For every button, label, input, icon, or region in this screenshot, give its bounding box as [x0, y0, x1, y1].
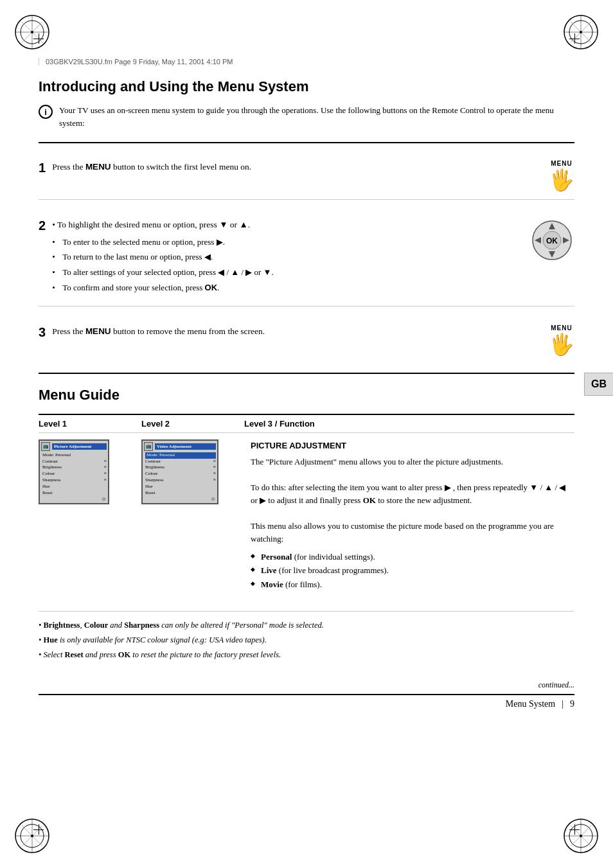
hand-icon-3: 🖐 — [549, 334, 574, 355]
bottom-notes: • Brightness, Colour and Sharpness can o… — [39, 611, 574, 660]
pic-adj-bullet-live: Live (for live broadcast programmes). — [251, 564, 568, 577]
corner-decoration-br — [562, 817, 600, 855]
step-2-content: • To highlight the desired menu or optio… — [52, 218, 517, 297]
level1-screen-items: Mode: Personal Contrast ≡ Brightness ≡ C… — [41, 452, 107, 497]
footer-divider: | — [562, 699, 564, 709]
hand-icon-1: 🖐 — [549, 170, 574, 190]
step-2-number: 2 — [39, 218, 46, 233]
level1-screen-icon: ☺ — [41, 496, 107, 502]
reg-mark-bl — [33, 824, 44, 835]
bottom-note-2: • Hue is only available for NTSC colour … — [39, 634, 574, 646]
menu-guide-title: Menu Guide — [39, 387, 574, 403]
level2-screen-icon: ☺ — [144, 496, 216, 502]
step-3: 3 Press the MENU button to remove the me… — [39, 315, 574, 364]
level1-tv-icon: 📺 — [41, 442, 50, 451]
step-1: 1 Press the MENU button to switch the fi… — [39, 151, 574, 200]
level1-screen-title: Picture Adjustment — [52, 443, 107, 450]
bottom-note-1: • Brightness, Colour and Sharpness can o… — [39, 619, 574, 632]
step-1-image: MENU 🖐 — [549, 160, 574, 190]
gb-tab: GB — [584, 373, 613, 396]
step-3-content: Press the MENU button to remove the menu… — [52, 324, 536, 339]
step-2-image: OK — [529, 218, 574, 265]
step-2-bullet-3: To alter settings of your selected optio… — [52, 266, 517, 279]
info-text: Your TV uses an on-screen menu system to… — [59, 104, 574, 129]
step-1-content: Press the MENU button to switch the firs… — [52, 160, 536, 174]
pic-adj-bullet-personal: Personal (for individual settings). — [251, 551, 568, 563]
file-info: 03GBKV29LS30U.fm Page 9 Friday, May 11, … — [39, 58, 574, 66]
step-1-menu-label: MENU — [551, 160, 572, 167]
svg-text:OK: OK — [546, 236, 558, 245]
footer-section: Menu System — [506, 699, 555, 709]
bottom-note-3: • Select Reset and press OK to reset the… — [39, 649, 574, 661]
level2-screen: 📺 Video Adjustment Mode: Personal Contra… — [141, 439, 218, 505]
step-2-bullet-1: To enter to the selected menu or option,… — [52, 236, 517, 249]
corner-decoration-tr — [562, 13, 600, 51]
section-divider-mid — [39, 373, 574, 374]
menu-guide-grid: Level 1 Level 2 Level 3 / Function 📺 Pic… — [39, 414, 574, 599]
continued-text: continued... — [39, 680, 574, 690]
pic-adj-title: PICTURE ADJUSTMENT — [251, 439, 568, 452]
step-2: 2 • To highlight the desired menu or opt… — [39, 209, 574, 306]
level2-header: Level 2 — [141, 415, 244, 433]
pic-adj-para-2: To do this: after selecting the item you… — [251, 481, 568, 507]
info-icon: i — [39, 105, 53, 119]
step-3-image: MENU 🖐 — [549, 324, 574, 355]
pic-adj-bullets: Personal (for individual settings). Live… — [251, 551, 568, 591]
step-1-number: 1 — [39, 160, 46, 175]
footer-bar: Menu System | 9 — [39, 694, 574, 709]
step-3-menu-label: MENU — [551, 324, 572, 332]
info-box: i Your TV uses an on-screen menu system … — [39, 104, 574, 129]
level1-header: Level 1 — [39, 415, 141, 433]
pic-adj-para-3: This menu also allows you to customise t… — [251, 520, 568, 545]
corner-decoration-bl — [13, 817, 51, 855]
corner-decoration-tl — [13, 13, 51, 51]
step-2-bullet-4: To confirm and store your selection, pre… — [52, 281, 517, 295]
step-2-bullets: To enter to the selected menu or option,… — [52, 236, 517, 295]
reg-mark-br — [569, 824, 580, 835]
step-2-bullet-2: To return to the last menu or option, pr… — [52, 251, 517, 264]
page: 03GBKV29LS30U.fm Page 9 Friday, May 11, … — [0, 0, 613, 868]
pic-adj-para-1: The "Picture Adjustment" menu allows you… — [251, 456, 568, 468]
ok-button-svg: OK — [529, 218, 574, 263]
level1-screen: 📺 Picture Adjustment Mode: Personal Cont… — [39, 439, 109, 505]
step-1-bold: MENU — [85, 162, 111, 172]
level3-header: Level 3 / Function — [244, 415, 574, 433]
pic-adj-bullet-movie: Movie (for films). — [251, 578, 568, 591]
footer-area: continued... Menu System | 9 — [39, 680, 574, 709]
section-divider-top — [39, 142, 574, 143]
level2-screen-items: Mode: Personal Contrast ≡ Brightness ≡ C… — [144, 452, 216, 497]
reg-mark-tl — [33, 33, 44, 44]
level2-screen-title: Video Adjustment — [155, 443, 216, 450]
step-3-bold: MENU — [85, 326, 111, 336]
level2-tv-icon: 📺 — [144, 442, 153, 451]
level1-col: 📺 Picture Adjustment Mode: Personal Cont… — [39, 433, 141, 599]
page-title: Introducing and Using the Menu System — [39, 78, 574, 95]
level2-col: 📺 Video Adjustment Mode: Personal Contra… — [141, 433, 244, 599]
level3-col: PICTURE ADJUSTMENT The "Picture Adjustme… — [244, 433, 574, 599]
footer-page-number: 9 — [570, 699, 574, 709]
step-3-number: 3 — [39, 324, 46, 340]
reg-mark-tr — [569, 33, 580, 44]
